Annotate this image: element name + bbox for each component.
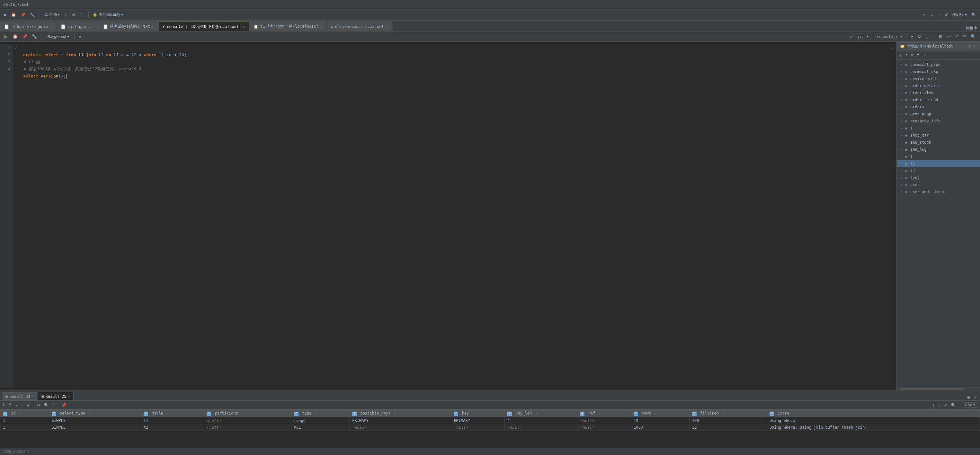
tree-item-test[interactable]: ▶ ⊞ test [897,174,980,181]
results-pin-btn[interactable]: 📌 [60,402,67,408]
tab-close-idea-gitignore[interactable]: × [50,25,52,28]
tree-item-shop-car[interactable]: ▶ ⊞ shop_car [897,132,980,139]
filter2-button[interactable]: 🔍 [969,33,977,40]
col-header-rows[interactable]: T rows ⇅ [631,410,689,417]
results-last-btn[interactable]: ›| [25,402,30,408]
col-header-select-type[interactable]: T select_type ⇅ [49,410,141,417]
results-filter-btn[interactable]: 🔍 [950,402,957,408]
stop-button[interactable]: ⬛ [78,11,86,18]
run-history-button[interactable]: ⏰ [11,33,19,40]
col-view-button[interactable]: ⊞ [937,33,944,40]
tab-close-t1[interactable]: × [320,25,322,28]
import-button[interactable]: ↓ [924,33,929,40]
sync-button[interactable]: ↺ [916,33,923,40]
tree-item-order-item[interactable]: ▶ ⊞ order_item [897,89,980,96]
git-button[interactable]: Git(G): ▾ [950,11,969,18]
col-header-key-len[interactable]: T key_len ⇅ [505,410,578,417]
db-refresh-btn[interactable]: ↺ [903,53,909,58]
git-push-button[interactable]: ↑ [936,11,942,18]
settings-button[interactable]: 🔧 [28,11,37,18]
export-button[interactable]: ↑ [931,33,936,40]
tab-close-datasources[interactable]: × [386,25,388,28]
results-settings-btn[interactable]: ⚙ [966,395,972,400]
tree-item-sku-stock[interactable]: ▶ ⊞ sku_stock [897,139,980,146]
tab-close-console-7[interactable]: × [243,25,245,29]
result-tab-24[interactable]: ⊞ Result 24 × [2,392,37,400]
results-search-btn[interactable]: 🔍 [43,402,50,408]
tree-item-chemical-sku[interactable]: ▶ ⊞ chemical_sku [897,68,980,75]
git-revert-button[interactable]: ↺ [943,11,950,18]
git-update-button[interactable]: ✓ [929,11,935,18]
code-content[interactable]: explain select * from t1 join t2 on t1.a… [19,45,887,388]
col-header-possible-keys[interactable]: T possible_keys ⇅ [350,410,451,417]
results-table-container[interactable]: # id ⇅ T select_type ⇅ T table ⇅ [0,410,980,448]
col-header-extra[interactable]: T Extra [767,410,980,417]
tree-item-user-addr-order[interactable]: ▶ ⊞ user_addr_order [897,188,980,196]
col-header-partitions[interactable]: T partitions ⇅ [204,410,291,417]
run-button[interactable]: ▶ [2,11,9,18]
git-commit-button[interactable]: ✓ [921,11,928,18]
run-query-button[interactable]: ▶ [3,33,10,40]
tab-gitignore[interactable]: 📄 .gitignore × [57,22,99,31]
db-add-btn[interactable]: + [898,53,902,58]
results-expand-btn[interactable]: ⤢ [972,395,978,400]
results-refresh-btn[interactable]: ↺ [36,402,41,408]
tree-item-orders[interactable]: ▶ ⊞ orders [897,103,980,111]
col-header-filtered[interactable]: T filtered ⇅ [689,410,767,417]
tree-item-order-refund[interactable]: ▶ ⊞ order_refund [897,96,980,103]
results-prev-btn[interactable]: ‹ [15,402,19,408]
tree-item-chemical-prod[interactable]: ▶ ⊞ chemical_prod [897,61,980,68]
tab-idea-gitignore[interactable]: 📄 .idea/.gitignore × [0,22,56,31]
refresh-button[interactable]: ↺ [70,11,77,18]
filter-button[interactable]: ▽ [961,33,968,40]
add-button[interactable]: + [909,33,915,40]
tree-item-order-details[interactable]: ▶ ⊞ order_details [897,82,980,89]
csv-export-btn[interactable]: CSV ▾ [963,402,977,408]
db-scrollbar[interactable] [897,388,980,390]
run-file-button[interactable]: ⏰ [9,11,18,18]
tab-console-7[interactable]: ⚡ console_7 [本地暂时不用@localhost] × [158,22,249,31]
tree-item-user[interactable]: ▶ ⊞ user [897,181,980,188]
result-tab-25[interactable]: ⊞ Result 25 × [38,392,73,400]
playground-button[interactable]: Playground ▾ [44,34,72,40]
db-filter-btn[interactable]: ▽ [909,53,915,58]
tree-item-recharge-info[interactable]: ▶ ⊞ recharge_info [897,118,980,125]
tree-item-device-prod[interactable]: ▶ ⊞ device_prod [897,75,980,82]
col-header-ref[interactable]: T ref ⇅ [578,410,631,417]
results-col-expand-btn[interactable]: ⤢ [943,402,948,408]
db-settings-btn[interactable]: ⚙ [915,53,921,58]
pin-button[interactable]: 📌 [19,11,27,18]
search-button[interactable]: 🔍 [969,11,978,18]
tree-item-t[interactable]: ▶ ⊞ t [897,153,980,160]
result-tab-24-close[interactable]: × [32,395,34,398]
schema-button[interactable]: 🔒 本地Security ▾ [91,11,125,18]
tab-test-mysql[interactable]: 📄 待测试mysql的点.txt × [99,22,158,31]
tree-item-s[interactable]: ▶ ⊞ s [897,125,980,132]
tree-item-t2[interactable]: ▶ ⊞ t2 [897,167,980,174]
more-tabs-button[interactable]: ⋯ [394,25,401,31]
format-button[interactable]: ≡ [77,33,83,40]
wrench-button[interactable]: 🔧 [30,33,38,40]
tab-close-test-mysql[interactable]: × [152,25,154,28]
col-header-type[interactable]: T type ⇅ [291,410,350,417]
db-expand-btn[interactable]: ⤢ [921,53,927,58]
results-upload-btn[interactable]: ↑ [931,402,935,408]
tree-item-prod-prop[interactable]: ▶ ⊞ prod_prop [897,111,980,118]
results-download-btn[interactable]: ↓ [937,402,942,408]
tx-auto-button[interactable]: Tx: 自动 ▾ [41,11,62,18]
tab-t1[interactable]: 📋 t1 [本地暂时不用@localhost] × [249,22,326,31]
results-stop-btn[interactable]: ⬛ [51,402,59,408]
conn-indicator[interactable]: ✓ [848,33,855,40]
expand-button[interactable]: ⤢ [953,33,960,40]
tree-item-sms-log[interactable]: ▶ ⊞ sms_log [897,146,980,153]
tab-datasources[interactable]: ⚙ dataSources.local.xml × [327,22,392,31]
col-header-key[interactable]: T key ⇅ [451,410,505,417]
col-header-id[interactable]: # id ⇅ [0,410,49,417]
check-button[interactable]: ✓ [62,11,69,18]
edit-button[interactable]: ✏ [945,33,952,40]
result-tab-25-close[interactable]: × [68,395,70,398]
tree-item-t1[interactable]: ▶ ⊞ t1 [897,160,980,167]
col-header-table[interactable]: T table ⇅ [141,410,204,417]
results-next-btn[interactable]: › [20,402,24,408]
pin-query-button[interactable]: 📌 [21,33,29,40]
